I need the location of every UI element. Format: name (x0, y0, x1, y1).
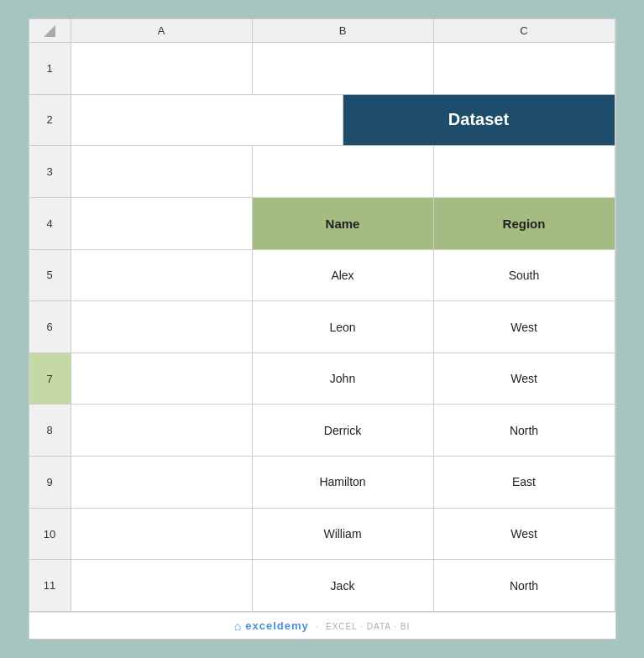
table-row: 9 Hamilton East (29, 457, 615, 509)
cell-name-5[interactable]: Alex (253, 250, 434, 301)
cell-region-9[interactable]: East (434, 457, 615, 508)
corner-cell (29, 19, 71, 42)
table-row: 1 (29, 43, 615, 95)
cell-c3[interactable] (434, 146, 615, 197)
sheet-body: 1 2 Dataset 3 4 Name Region 5 (29, 43, 615, 612)
cell-region-6[interactable]: West (434, 301, 615, 352)
cell-c1[interactable] (434, 43, 615, 94)
cell-region-11[interactable]: North (434, 560, 615, 611)
cell-name-7[interactable]: John (253, 353, 434, 405)
table-row: 10 William West (29, 509, 615, 561)
table-row: 3 (29, 146, 615, 198)
cell-region-8[interactable]: North (434, 405, 615, 456)
row-header-6: 6 (29, 301, 71, 352)
table-row: 4 Name Region (29, 198, 615, 250)
spreadsheet: A B C 1 2 Dataset 3 4 Name (29, 18, 616, 640)
table-row: 2 Dataset (29, 95, 615, 147)
corner-triangle-icon (44, 25, 55, 37)
cell-name-9[interactable]: Hamilton (253, 457, 434, 508)
watermark-text: exceldemy · EXCEL · DATA · BI (245, 619, 410, 632)
watermark: ⌂ exceldemy · EXCEL · DATA · BI (29, 612, 615, 639)
cell-a8[interactable] (71, 405, 253, 456)
row-header-2: 2 (29, 95, 71, 146)
cell-a4[interactable] (71, 198, 253, 249)
cell-b1[interactable] (253, 43, 434, 94)
table-row: 6 Leon West (29, 301, 615, 353)
watermark-divider: · (316, 621, 319, 631)
cell-title[interactable]: Dataset (343, 95, 615, 146)
cell-a9[interactable] (71, 457, 253, 508)
cell-region-7[interactable]: West (434, 353, 615, 405)
cell-a7[interactable] (71, 353, 253, 405)
cell-a2[interactable] (71, 95, 343, 146)
col-header-c: C (434, 19, 615, 42)
cell-a6[interactable] (71, 301, 253, 352)
col-header-a: A (71, 19, 253, 42)
table-row: 7 John West (29, 353, 615, 405)
col-header-b: B (253, 19, 434, 42)
table-row: 11 Jack North (29, 560, 615, 612)
cell-name-10[interactable]: William (253, 509, 434, 560)
column-headers: A B C (29, 19, 615, 43)
table-row: 8 Derrick North (29, 405, 615, 457)
cell-name-header[interactable]: Name (253, 198, 434, 249)
cell-region-10[interactable]: West (434, 509, 615, 560)
row-header-8: 8 (29, 405, 71, 456)
row-header-1: 1 (29, 43, 71, 94)
row-header-11: 11 (29, 560, 71, 611)
cell-region-header[interactable]: Region (434, 198, 615, 249)
cell-b3[interactable] (253, 146, 434, 197)
row-header-5: 5 (29, 250, 71, 301)
cell-a5[interactable] (71, 250, 253, 301)
cell-name-6[interactable]: Leon (253, 301, 434, 352)
watermark-brand: exceldemy (245, 619, 309, 632)
watermark-subtitle: EXCEL · DATA · BI (326, 622, 410, 631)
svg-marker-0 (44, 25, 55, 37)
cell-a11[interactable] (71, 560, 253, 611)
row-header-7: 7 (29, 353, 71, 405)
cell-a10[interactable] (71, 509, 253, 560)
row-header-4: 4 (29, 198, 71, 249)
cell-name-8[interactable]: Derrick (253, 405, 434, 456)
row-header-9: 9 (29, 457, 71, 508)
cell-a1[interactable] (71, 43, 253, 94)
cell-a3[interactable] (71, 146, 253, 197)
cell-name-11[interactable]: Jack (253, 560, 434, 611)
watermark-icon: ⌂ (234, 619, 241, 633)
row-header-10: 10 (29, 509, 71, 560)
cell-region-5[interactable]: South (434, 250, 615, 301)
row-header-3: 3 (29, 146, 71, 197)
table-row: 5 Alex South (29, 250, 615, 302)
